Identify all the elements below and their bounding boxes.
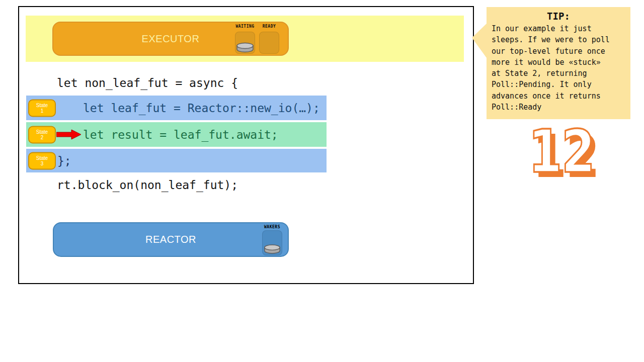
code-line-state-1: let leaf_fut = Reactor::new_io(…); <box>26 102 320 115</box>
queue-cylinder-icon <box>236 41 254 53</box>
state-1-badge: State 1 <box>28 99 56 117</box>
state-3-badge: State 3 <box>28 152 56 169</box>
badge-number: 3 <box>41 161 44 166</box>
slide-number: 12 <box>528 122 594 181</box>
badge-number: 2 <box>41 135 44 140</box>
wakers-slot-label: WAKERS <box>262 225 282 229</box>
badge-number: 1 <box>41 108 44 114</box>
state-row-3: State 3 }; <box>26 149 327 172</box>
badge-word: State <box>36 103 48 108</box>
badge-word: State <box>36 129 48 135</box>
badge-word: State <box>36 155 48 161</box>
executor-box: EXECUTOR WAITING READY <box>52 22 289 56</box>
callout-tail <box>472 24 487 58</box>
waiting-slot-label: WAITING <box>235 24 255 29</box>
state-2-badge: State 2 <box>28 126 56 143</box>
code-line-async-open: let non_leaf_fut = async { <box>57 76 238 89</box>
ready-slot-label: READY <box>259 24 279 29</box>
tip-callout: TIP: In our example it just sleeps. If w… <box>487 7 630 119</box>
wakers-slot <box>262 230 282 255</box>
current-state-arrow-icon <box>56 129 82 140</box>
tip-body: In our example it just sleeps. If we wer… <box>487 22 630 113</box>
code-line-block-on: rt.block_on(non_leaf_fut); <box>57 178 238 192</box>
tip-title: TIP: <box>487 7 630 22</box>
ready-slot <box>259 32 279 54</box>
reactor-box: REACTOR WAKERS <box>53 222 289 257</box>
waiting-slot <box>235 32 255 54</box>
reactor-title: REACTOR <box>54 223 288 256</box>
state-row-2: State 2 let result = leaf_fut.await; <box>26 122 327 147</box>
queue-cylinder-icon <box>264 243 281 255</box>
diagram-frame: EXECUTOR WAITING READY let non_leaf_fut … <box>18 6 474 284</box>
executor-strip: EXECUTOR WAITING READY <box>26 16 464 62</box>
state-row-1: State 1 let leaf_fut = Reactor::new_io(…… <box>26 96 327 120</box>
